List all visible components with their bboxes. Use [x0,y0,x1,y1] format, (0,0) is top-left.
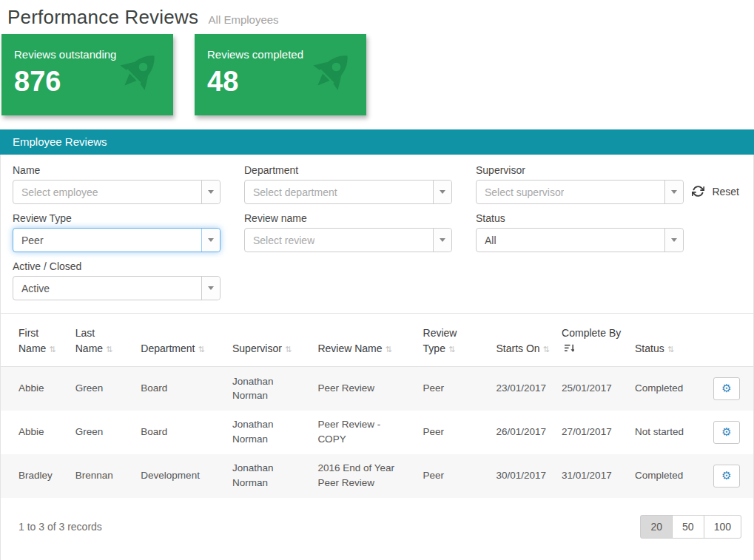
row-settings-button[interactable]: ⚙ [713,465,740,488]
stat-card-outstanding: Reviews outstanding 876 [1,34,173,115]
active-closed-select[interactable]: Active [13,276,221,300]
filter-status: Status All [476,212,684,252]
review-type-select-value: Peer [21,235,44,246]
review-type-select[interactable]: Peer [13,228,221,252]
col-header-starts-on[interactable]: Starts On⇅ [490,314,556,367]
stat-card-value: 876 [14,66,173,98]
table-footer: 1 to 3 of 3 records 20 50 100 [1,498,753,560]
sort-icon: ⇅ [285,345,292,354]
page-header: Performance Reviews All Employees [0,0,754,29]
gear-icon: ⚙ [721,469,731,482]
active-closed-select-value: Active [21,283,50,294]
department-select-value: Select department [253,186,337,198]
stat-card-label: Reviews completed [207,48,366,61]
filter-name: Name Select employee [13,164,221,204]
col-header-complete-by[interactable]: Complete By [556,314,629,367]
employee-reviews-panel: Employee Reviews Name Select employee De… [0,129,754,560]
col-header-first-name[interactable]: First Name⇅ [1,314,70,367]
row-actions-cell: ⚙ [699,411,753,454]
col-header-review-name[interactable]: Review Name⇅ [312,314,417,367]
chevron-down-icon [664,181,683,203]
sort-icon: ⇅ [448,345,455,354]
filter-review-type-label: Review Type [13,212,221,224]
col-header-last-name[interactable]: Last Name⇅ [70,314,135,367]
col-header-department[interactable]: Department⇅ [135,314,226,367]
row-settings-button[interactable]: ⚙ [713,421,740,444]
sort-icon: ⇅ [386,345,392,354]
employee-select-value: Select employee [21,186,98,198]
cell-supervisor: Jonathan Norman [226,411,312,454]
page-size-100-button[interactable]: 100 [704,515,741,539]
chevron-down-icon [201,229,220,252]
page-size-50-button[interactable]: 50 [672,515,704,539]
employee-select[interactable]: Select employee [13,180,221,204]
cell-first-name: Abbie [1,411,70,454]
refresh-icon [692,185,704,198]
cell-supervisor: Jonathan Norman [226,454,312,498]
row-actions-cell: ⚙ [699,454,753,498]
cell-starts-on: 26/01/2017 [490,411,556,454]
cell-complete-by: 27/01/2017 [556,411,629,454]
review-name-select[interactable]: Select review [244,228,452,252]
sort-icon: ⇅ [49,345,55,354]
filter-review-name: Review name Select review [244,212,452,252]
chevron-down-icon [201,181,220,203]
stat-card-label: Reviews outstanding [14,48,173,61]
filter-department-label: Department [244,164,452,176]
filter-supervisor-label: Supervisor [476,164,684,176]
table-row: Abbie Green Board Jonathan Norman Peer R… [1,367,753,411]
filter-active-closed-label: Active / Closed [13,260,221,272]
cell-starts-on: 23/01/2017 [490,367,556,411]
page: Performance Reviews All Employees Review… [0,0,754,560]
gear-icon: ⚙ [721,382,731,395]
reset-button[interactable]: Reset [692,179,739,203]
cell-department: Board [135,411,226,454]
filter-status-label: Status [476,212,684,224]
filter-review-type: Review Type Peer [13,212,221,252]
supervisor-select-value: Select supervisor [485,186,564,198]
cell-last-name: Green [70,367,135,411]
review-name-select-value: Select review [253,235,314,246]
status-select[interactable]: All [476,228,684,252]
sort-desc-icon [565,343,574,353]
chevron-down-icon [433,181,451,203]
row-actions-cell: ⚙ [699,367,753,411]
col-header-review-type[interactable]: Review Type⇅ [417,314,491,367]
sort-icon: ⇅ [667,345,674,354]
table-row: Abbie Green Board Jonathan Norman Peer R… [1,411,753,454]
records-count: 1 to 3 of 3 records [18,521,102,533]
filter-supervisor: Supervisor Select supervisor [476,164,684,204]
chevron-down-icon [664,229,683,252]
cell-last-name: Green [70,411,135,454]
table-row: Bradley Brennan Development Jonathan Nor… [1,454,753,498]
status-select-value: All [485,235,497,246]
supervisor-select[interactable]: Select supervisor [476,180,684,204]
cell-review-name: Peer Review - COPY [312,411,417,454]
sort-icon: ⇅ [106,345,112,354]
col-header-actions [699,314,753,367]
col-header-supervisor[interactable]: Supervisor⇅ [226,314,312,367]
reviews-table: First Name⇅ Last Name⇅ Department⇅ Super… [1,314,753,498]
reset-label: Reset [712,186,739,198]
page-title: Performance Reviews [7,6,198,28]
cell-status: Completed [629,454,699,498]
cell-status: Not started [629,411,699,454]
cell-review-type: Peer [417,454,491,498]
col-header-status[interactable]: Status⇅ [629,314,699,367]
cell-complete-by: 31/01/2017 [556,454,629,498]
department-select[interactable]: Select department [244,180,452,204]
sort-icon: ⇅ [543,345,550,354]
filter-review-name-label: Review name [244,212,452,224]
cell-review-type: Peer [417,411,491,454]
cell-department: Development [135,454,226,498]
row-settings-button[interactable]: ⚙ [713,377,740,400]
cell-department: Board [135,367,226,411]
cell-review-type: Peer [417,367,491,411]
page-size-20-button[interactable]: 20 [640,515,673,539]
stat-card-completed: Reviews completed 48 [195,34,366,115]
cell-review-name: Peer Review [312,367,417,411]
panel-title: Employee Reviews [0,129,754,155]
chevron-down-icon [433,229,451,252]
cell-last-name: Brennan [70,454,135,498]
gear-icon: ⚙ [721,425,731,439]
